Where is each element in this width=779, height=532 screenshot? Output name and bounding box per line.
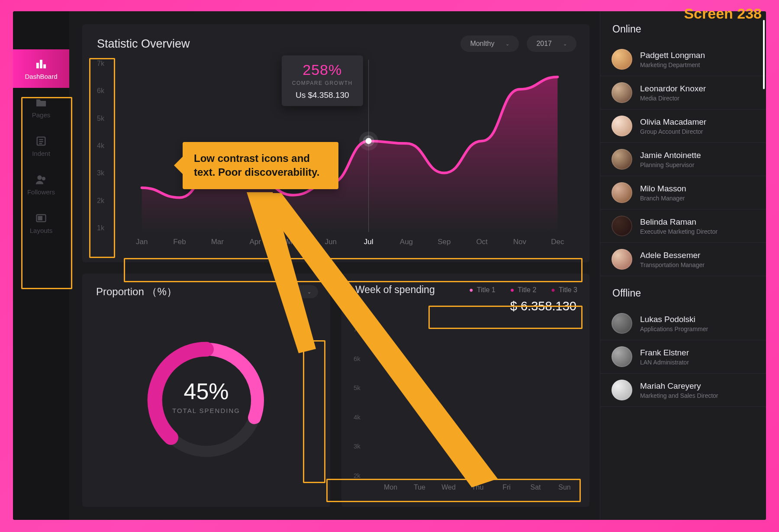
card-proportion: Proportion （%） Jul ⌄ 45% TOTAL SPENDING xyxy=(82,274,330,507)
stat-y-axis: 7k 6k 5k 4k 3k 2k 1k xyxy=(97,60,117,232)
avatar xyxy=(612,346,632,367)
list-icon xyxy=(35,135,47,145)
scrollbar-thumb[interactable] xyxy=(763,20,765,89)
person-name: Padgett Longman xyxy=(640,51,705,60)
proportion-select-value: Jul xyxy=(288,288,296,295)
avatar xyxy=(612,380,632,400)
avatar xyxy=(612,149,632,170)
person-role: LAN Administrator xyxy=(640,359,689,366)
person-name: Milo Masson xyxy=(640,184,686,193)
folder-icon xyxy=(35,97,47,107)
right-panel[interactable]: Online Padgett Longman Marketing Departm… xyxy=(600,11,766,520)
sidebar-item-indent[interactable]: Indent xyxy=(13,126,69,165)
chevron-down-icon: ⌄ xyxy=(563,41,567,47)
person-name: Olivia Macadamer xyxy=(640,117,706,127)
person-role: Marketing and Sales Director xyxy=(640,392,718,399)
stat-tooltip: 258% COMPARE GROWTH Us $4.358.130 xyxy=(282,55,363,106)
tooltip-label: COMPARE GROWTH xyxy=(292,80,353,86)
sidebar-item-pages[interactable]: Pages xyxy=(13,88,69,126)
person-row[interactable]: Belinda Raman Executive Marketing Direct… xyxy=(600,210,766,243)
stat-x-axis: JanFebMarAprMayJunJulAugSepOctNovDec xyxy=(123,232,576,252)
week-title: Week of spending xyxy=(355,284,435,296)
legend-item[interactable]: Title 3 xyxy=(551,286,577,294)
week-legend: Title 1 Title 2 Title 3 xyxy=(469,286,577,294)
avatar xyxy=(612,216,632,236)
sidebar-item-label: Indent xyxy=(32,150,50,157)
sidebar-item-layouts[interactable]: Layouts xyxy=(13,203,69,242)
week-chart: 7k 6k 5k 4k 3k 2k xyxy=(354,326,579,497)
avatar xyxy=(612,116,632,136)
year-select-value: 2017 xyxy=(536,40,552,48)
week-total: $ 6.358.130 xyxy=(341,297,589,313)
person-name: Lukas Podolski xyxy=(640,315,708,324)
svg-rect-10 xyxy=(38,216,42,220)
person-role: Media Director xyxy=(640,95,706,102)
proportion-select[interactable]: Jul ⌄ xyxy=(281,285,318,298)
sidebar-item-label: DashBoard xyxy=(25,73,57,80)
period-select[interactable]: Monlthy ⌄ xyxy=(460,35,519,52)
svg-point-14 xyxy=(366,138,372,144)
users-icon xyxy=(35,174,47,184)
person-name: Adele Bessemer xyxy=(640,251,705,260)
layout-icon xyxy=(35,212,47,222)
sidebar-item-followers[interactable]: Followers xyxy=(13,165,69,203)
person-role: Marketing Department xyxy=(640,61,705,68)
tooltip-value: Us $4.358.130 xyxy=(292,90,353,100)
year-select[interactable]: 2017 ⌄ xyxy=(527,35,576,52)
week-y-axis: 7k 6k 5k 4k 3k 2k xyxy=(354,326,371,479)
legend-item[interactable]: Title 1 xyxy=(469,286,496,294)
person-row[interactable]: Mariah Careyery Marketing and Sales Dire… xyxy=(600,374,766,407)
sidebar-item-label: Layouts xyxy=(30,227,53,234)
week-bars[interactable] xyxy=(376,326,579,479)
avatar xyxy=(612,182,632,203)
person-role: Executive Marketing Director xyxy=(640,228,718,235)
bar-chart-icon xyxy=(35,58,47,68)
avatar xyxy=(612,249,632,270)
svg-point-7 xyxy=(38,176,42,180)
main-area: Statistic Overview Monlthy ⌄ 2017 ⌄ 7k 6… xyxy=(69,11,600,520)
annotation-callout: Low contrast icons and text. Poor discov… xyxy=(183,142,338,189)
legend-item[interactable]: Title 2 xyxy=(510,286,537,294)
person-row[interactable]: Olivia Macadamer Group Account Director xyxy=(600,110,766,143)
proportion-subtitle: TOTAL SPENDING xyxy=(172,407,240,414)
person-name: Belinda Raman xyxy=(640,217,718,227)
person-row[interactable]: Adele Bessemer Transportation Manager xyxy=(600,243,766,276)
sidebar-item-label: Followers xyxy=(27,188,55,196)
week-x-axis: MonTueWedThuFriSatSun xyxy=(376,479,579,497)
proportion-percent: 45% xyxy=(172,378,240,404)
chevron-down-icon: ⌄ xyxy=(307,289,311,295)
person-role: Applications Programmer xyxy=(640,326,708,332)
tooltip-percent: 258% xyxy=(292,61,353,78)
sidebar: DashBoard Pages Indent Followers Layouts xyxy=(13,11,69,520)
person-row[interactable]: Frank Elstner LAN Administrator xyxy=(600,340,766,374)
period-select-value: Monlthy xyxy=(470,40,494,48)
svg-point-8 xyxy=(42,177,45,180)
app-frame: DashBoard Pages Indent Followers Layouts xyxy=(13,11,766,520)
person-name: Leonardor Knoxer xyxy=(640,84,706,94)
person-name: Jamie Antoinette xyxy=(640,151,701,160)
card-week-spending: Week of spending Title 1 Title 2 Title 3… xyxy=(341,274,589,507)
svg-rect-1 xyxy=(40,60,42,68)
person-role: Branch Manager xyxy=(640,195,686,202)
person-role: Group Account Director xyxy=(640,128,706,135)
svg-rect-0 xyxy=(37,63,39,68)
person-name: Frank Elstner xyxy=(640,348,689,358)
screen-tag: Screen 238 xyxy=(684,5,762,22)
person-row[interactable]: Milo Masson Branch Manager xyxy=(600,176,766,210)
person-row[interactable]: Leonardor Knoxer Media Director xyxy=(600,76,766,110)
chevron-down-icon: ⌄ xyxy=(505,41,509,47)
person-role: Planning Supervisor xyxy=(640,161,701,168)
person-row[interactable]: Padgett Longman Marketing Department xyxy=(600,43,766,76)
avatar xyxy=(612,49,632,70)
proportion-title: Proportion （%） xyxy=(96,285,177,299)
sidebar-item-label: Pages xyxy=(32,111,51,119)
person-name: Mariah Careyery xyxy=(640,381,718,391)
offline-heading: Offline xyxy=(600,276,766,307)
sidebar-item-dashboard[interactable]: DashBoard xyxy=(13,49,69,88)
person-role: Transportation Manager xyxy=(640,261,705,268)
person-row[interactable]: Lukas Podolski Applications Programmer xyxy=(600,307,766,340)
person-row[interactable]: Jamie Antoinette Planning Supervisor xyxy=(600,143,766,176)
avatar xyxy=(612,313,632,334)
avatar xyxy=(612,82,632,103)
stat-title: Statistic Overview xyxy=(97,37,190,51)
